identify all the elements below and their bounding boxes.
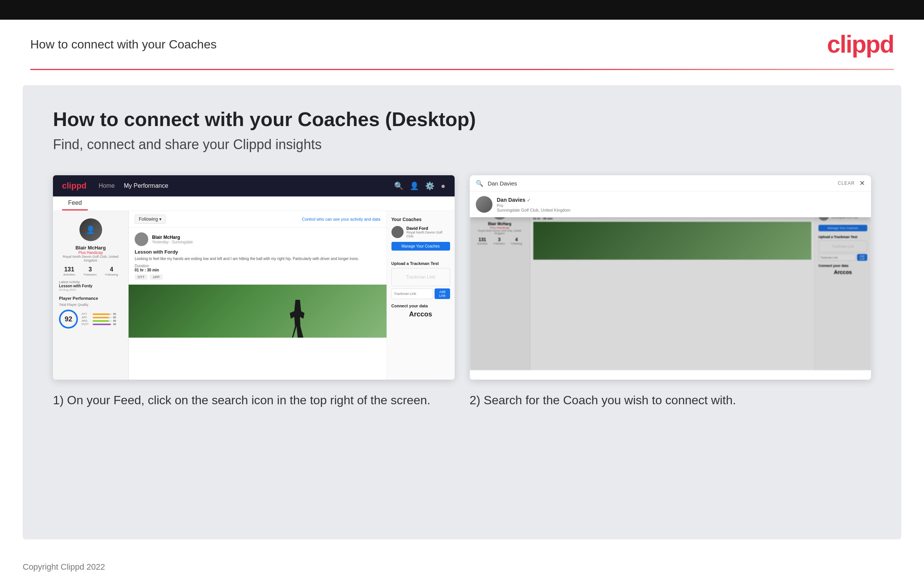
arccos-brand-1: Arccos [392, 310, 450, 318]
avatar-1: 👤 [79, 218, 102, 241]
avatar-icon[interactable]: ● [441, 182, 445, 190]
activity-name-1: Lesson with Fordy [59, 284, 122, 288]
stat-activities-num: 131 [63, 266, 75, 273]
main-title: How to connect with your Coaches (Deskto… [53, 108, 871, 131]
perf-sub-1: Total Player Quality [59, 303, 122, 307]
screenshots-row: clippd Home My Performance 🔍 👤 ⚙️ ● Feed [53, 175, 871, 409]
perf-content: 92 OTT 90 APP [59, 310, 122, 328]
trackman-input-row: Add Link [392, 289, 450, 299]
coach-entry-1: David Ford Royal North Devon Golf Club [392, 226, 450, 238]
footer-text: Copyright Clippd 2022 [23, 562, 105, 572]
mid-panel-1: Following ▾ Control who can see your act… [129, 211, 387, 380]
tag-app: APP [150, 274, 163, 280]
coach-entry-club-1: Royal North Devon Golf Club [406, 231, 450, 238]
coaches-title-1: Your Coaches [392, 217, 450, 222]
coach-post-1: Blair McHarg Yesterday · Sunningdale Les… [129, 228, 387, 285]
stat-activities-label: Activities [63, 273, 75, 276]
nav-home[interactable]: Home [99, 182, 115, 189]
trackman-title-1: Upload a Trackman Test [392, 261, 450, 266]
search-result-1[interactable]: Dan Davies ✓ Pro Sunningdale Golf Club, … [470, 192, 871, 217]
right-panel-1: Your Coaches David Ford Royal North Devo… [387, 211, 455, 380]
step-1-label: 1) On your Feed, click on the search ico… [53, 392, 455, 409]
result-name-row: Dan Davies ✓ [497, 196, 570, 203]
trackman-section-1: Upload a Trackman Test Trackman Link Add… [392, 261, 450, 299]
latest-activity-1: Latest Activity Lesson with Fordy 03 Aug… [59, 280, 122, 291]
following-button[interactable]: Following ▾ [135, 214, 166, 224]
stat-following-num: 4 [105, 266, 118, 273]
stat-following: 4 Following [105, 266, 118, 276]
page-footer: Copyright Clippd 2022 [0, 555, 924, 578]
app-nav-icons-1: 🔍 👤 ⚙️ ● [394, 181, 445, 190]
lesson-title-1: Lesson with Fordy [135, 249, 380, 255]
clear-button[interactable]: CLEAR [838, 180, 855, 186]
result-verified-1: ✓ [527, 198, 531, 203]
score-bars-1: OTT 90 APP 85 [82, 312, 116, 326]
clippd-logo: clippd [827, 30, 894, 58]
result-name-1: Dan Davies [497, 197, 525, 203]
close-search-button[interactable]: ✕ [859, 179, 865, 187]
lesson-tags-1: OTT APP [135, 274, 380, 280]
following-bar-1: Following ▾ Control who can see your act… [129, 211, 387, 228]
coach-header-1: Blair McHarg Yesterday · Sunningdale [135, 232, 380, 246]
search-overlay: 🔍 Dan Davies CLEAR ✕ Dan Davies ✓ Pro [470, 175, 871, 217]
activity-date-1: 03 Aug 2022 [59, 288, 122, 291]
step-2-label: 2) Search for the Coach you wish to conn… [470, 392, 871, 409]
screenshot-1-col: clippd Home My Performance 🔍 👤 ⚙️ ● Feed [53, 175, 455, 409]
search-icon-overlay: 🔍 [476, 180, 483, 187]
feed-tab-bar: Feed [53, 196, 455, 211]
manage-coaches-btn[interactable]: Manage Your Coaches [392, 242, 450, 250]
connect-title-1: Connect your data [392, 304, 450, 308]
tag-ott: OTT [135, 274, 147, 280]
result-avatar-1 [476, 196, 492, 213]
score-circle-1: 92 [59, 310, 78, 328]
coach-entry-avatar-1 [392, 226, 404, 238]
coach-info-1: Blair McHarg Yesterday · Sunningdale [152, 235, 193, 244]
bar-arg: ARG 86 [82, 320, 116, 322]
control-link-1[interactable]: Control who can see your activity and da… [302, 217, 380, 221]
search-query-display[interactable]: Dan Davies [488, 180, 833, 187]
settings-icon[interactable]: ⚙️ [425, 181, 435, 190]
stat-followers-num: 3 [84, 266, 96, 273]
app-nav-1: clippd Home My Performance 🔍 👤 ⚙️ ● [53, 175, 455, 196]
result-club-1: Sunningdale Golf Club, United Kingdom [497, 208, 570, 212]
lesson-text-1: Looking to feel like my hands are exitin… [135, 256, 380, 261]
duration-1: Duration 01 hr : 30 min [135, 264, 380, 272]
stat-following-label: Following [105, 273, 118, 276]
coach-post-name-1: Blair McHarg [152, 235, 193, 240]
golfer-silhouette-1 [286, 300, 309, 338]
perf-title-1: Player Performance [59, 296, 122, 300]
bar-putt: PUTT 96 [82, 323, 116, 326]
app-logo-1: clippd [62, 181, 87, 191]
top-bar [0, 0, 924, 19]
add-link-btn[interactable]: Add Link [435, 289, 450, 299]
stat-activities: 131 Activities [63, 266, 75, 276]
result-role-1: Pro [497, 203, 570, 208]
feed-tab[interactable]: Feed [62, 196, 88, 211]
app-content-1: 👤 Blair McHarg Plus Handicap Royal North… [53, 211, 455, 380]
bar-ott: OTT 90 [82, 313, 116, 315]
coach-entry-name-1: David Ford [406, 226, 450, 231]
screenshot-1-frame: clippd Home My Performance 🔍 👤 ⚙️ ● Feed [53, 175, 455, 380]
coach-post-time-1: Yesterday · Sunningdale [152, 240, 193, 244]
duration-time-1: 01 hr : 30 min [135, 268, 159, 272]
search-bar: 🔍 Dan Davies CLEAR ✕ [470, 175, 871, 192]
result-info-1: Dan Davies ✓ Pro Sunningdale Golf Club, … [497, 196, 570, 212]
user-icon[interactable]: 👤 [409, 181, 419, 190]
profile-name-1: Blair McHarg [59, 245, 122, 250]
page-title: How to connect with your Coaches [30, 37, 217, 52]
stats-row-1: 131 Activities 3 Followers 4 Following [59, 266, 122, 276]
coach-avatar-post-1 [135, 232, 148, 246]
bar-app: APP 85 [82, 316, 116, 319]
header: How to connect with your Coaches clippd [0, 19, 924, 69]
nav-my-performance[interactable]: My Performance [124, 182, 168, 189]
perf-section-1: Player Performance Total Player Quality … [59, 296, 122, 328]
screenshot-2-col: clippd Home My Performance 🔍 👤 ⚙️ Feed [470, 175, 871, 409]
header-divider [30, 69, 894, 70]
coach-entry-info-1: David Ford Royal North Devon Golf Club [406, 226, 450, 238]
search-icon[interactable]: 🔍 [394, 181, 404, 190]
main-subtitle: Find, connect and share your Clippd insi… [53, 136, 871, 153]
stat-followers-label: Followers [84, 273, 96, 276]
trackman-input[interactable] [392, 289, 434, 299]
left-panel-1: 👤 Blair McHarg Plus Handicap Royal North… [53, 211, 129, 380]
screenshot-2-frame: clippd Home My Performance 🔍 👤 ⚙️ Feed [470, 175, 871, 380]
